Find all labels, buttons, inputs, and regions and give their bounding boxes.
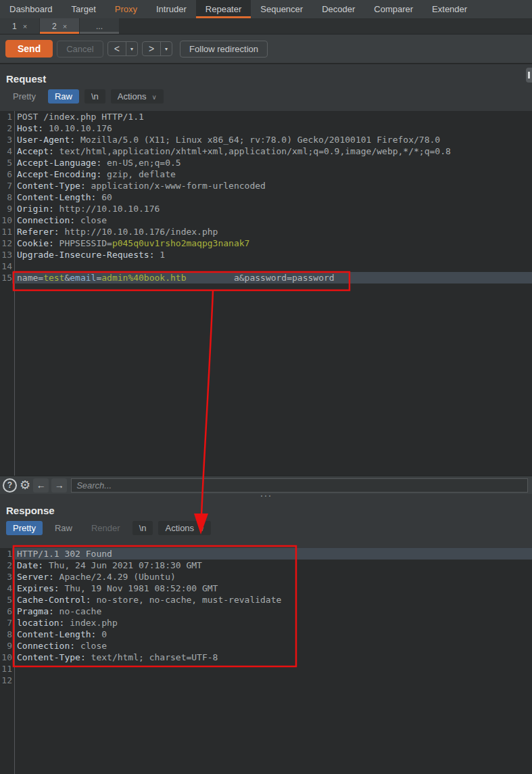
- line-content: Accept-Language: en-US,en;q=0.5: [12, 157, 532, 168]
- response-line: 3Server: Apache/2.4.29 (Ubuntu): [0, 571, 532, 583]
- line-number: 10: [0, 214, 12, 226]
- tab-request-raw[interactable]: Raw: [48, 89, 79, 104]
- response-line: 7location: index.php: [0, 617, 532, 629]
- request-line: 3User-Agent: Mozilla/5.0 (X11; Linux x86…: [0, 134, 532, 145]
- tab-response-raw[interactable]: Raw: [48, 521, 79, 535]
- request-line: 11Referer: http://10.10.10.176/index.php: [0, 226, 532, 237]
- search-prev-button[interactable]: ←: [33, 478, 49, 493]
- request-editor[interactable]: 1POST /index.php HTTP/1.12Host: 10.10.10…: [0, 111, 532, 476]
- menu-item-proxy[interactable]: Proxy: [105, 0, 147, 18]
- request-title: Request: [0, 64, 532, 85]
- line-number: 4: [0, 145, 12, 157]
- search-input[interactable]: [71, 478, 528, 493]
- panel-splitter-handle[interactable]: ···: [0, 492, 532, 499]
- toggle-newline-button[interactable]: \n: [84, 89, 105, 104]
- menu-item-repeater[interactable]: Repeater: [196, 0, 251, 18]
- chevron-down-icon: ∨: [199, 525, 204, 532]
- history-forward-dropdown-icon[interactable]: ▾: [160, 42, 172, 55]
- line-number: 13: [0, 249, 12, 260]
- line-content: [12, 675, 532, 686]
- session-tab-2[interactable]: 2×: [40, 18, 79, 34]
- main-menubar: DashboardTargetProxyIntruderRepeaterSequ…: [0, 0, 532, 18]
- line-number: 5: [0, 157, 12, 168]
- close-icon[interactable]: ×: [63, 22, 67, 30]
- line-content: name=test&email=admin%40book.htb a&passw…: [12, 272, 532, 283]
- toggle-newline-button[interactable]: \n: [132, 521, 153, 535]
- request-line: 8Content-Length: 60: [0, 191, 532, 203]
- line-number: 6: [0, 168, 12, 180]
- line-number: 15: [0, 272, 12, 283]
- gear-icon[interactable]: ⚙: [20, 479, 30, 491]
- line-content: User-Agent: Mozilla/5.0 (X11; Linux x86_…: [12, 134, 532, 145]
- request-line: 15name=test&email=admin%40book.htb a&pas…: [0, 272, 532, 283]
- history-back-split-button[interactable]: < ▾: [107, 41, 138, 56]
- request-view-tabs: Pretty Raw \n Actions∨: [0, 85, 532, 104]
- line-content: HTTP/1.1 302 Found: [12, 548, 532, 560]
- menu-item-extender[interactable]: Extender: [422, 0, 477, 18]
- line-number: 7: [0, 617, 12, 629]
- response-line: 12: [0, 675, 532, 686]
- request-line: 6Accept-Encoding: gzip, deflate: [0, 168, 532, 180]
- response-line: 4Expires: Thu, 19 Nov 1981 08:52:00 GMT: [0, 583, 532, 594]
- session-tab-label: ...: [96, 22, 103, 31]
- response-line: 11: [0, 663, 532, 675]
- menu-item-sequencer[interactable]: Sequencer: [251, 0, 312, 18]
- repeater-toolbar: Send Cancel < ▾ > ▾ Follow redirection: [0, 35, 532, 64]
- line-number: 12: [0, 237, 12, 249]
- line-number: 5: [0, 594, 12, 606]
- line-number: 11: [0, 226, 12, 237]
- line-content: Content-Type: text/html; charset=UTF-8: [12, 652, 532, 663]
- menu-item-dashboard[interactable]: Dashboard: [0, 0, 62, 18]
- request-line: 4Accept: text/html,application/xhtml+xml…: [0, 145, 532, 157]
- chevron-down-icon: ∨: [151, 93, 156, 101]
- menu-item-comparer[interactable]: Comparer: [364, 0, 422, 18]
- line-content: Accept: text/html,application/xhtml+xml,…: [12, 145, 532, 157]
- history-back-icon[interactable]: <: [108, 42, 126, 55]
- search-next-button[interactable]: →: [51, 478, 67, 493]
- tab-request-pretty[interactable]: Pretty: [6, 89, 43, 104]
- request-line: 5Accept-Language: en-US,en;q=0.5: [0, 157, 532, 168]
- line-number: 4: [0, 583, 12, 594]
- line-content: location: index.php: [12, 617, 532, 629]
- inspector-collapsed-handle[interactable]: [526, 68, 532, 83]
- line-content: Connection: close: [12, 640, 532, 652]
- request-line: 2Host: 10.10.10.176: [0, 122, 532, 134]
- response-editor[interactable]: 1HTTP/1.1 302 Found2Date: Thu, 24 Jun 20…: [0, 548, 532, 774]
- line-number: 11: [0, 663, 12, 675]
- session-tab-[interactable]: ...: [80, 18, 119, 34]
- line-content: [12, 260, 532, 272]
- menu-item-intruder[interactable]: Intruder: [147, 0, 196, 18]
- response-actions-button[interactable]: Actions∨: [158, 521, 211, 535]
- request-line: 10Connection: close: [0, 214, 532, 226]
- history-back-dropdown-icon[interactable]: ▾: [126, 42, 137, 55]
- history-forward-split-button[interactable]: > ▾: [142, 41, 172, 56]
- follow-redirection-button[interactable]: Follow redirection: [180, 41, 268, 58]
- cancel-button[interactable]: Cancel: [57, 41, 103, 58]
- tab-response-pretty[interactable]: Pretty: [6, 521, 43, 535]
- line-number: 1: [0, 111, 12, 122]
- response-line: 10Content-Type: text/html; charset=UTF-8: [0, 652, 532, 663]
- session-tab-label: 2: [52, 22, 57, 31]
- line-number: 2: [0, 560, 12, 571]
- response-line: 8Content-Length: 0: [0, 629, 532, 640]
- request-actions-button[interactable]: Actions∨: [111, 89, 164, 104]
- session-tab-1[interactable]: 1×: [0, 18, 39, 34]
- history-forward-icon[interactable]: >: [143, 42, 160, 55]
- line-content: Pragma: no-cache: [12, 606, 532, 617]
- arrow-left-icon: ←: [37, 480, 46, 491]
- line-number: 12: [0, 675, 12, 686]
- line-content: Host: 10.10.10.176: [12, 122, 532, 134]
- request-panel-header: Request Pretty Raw \n Actions∨: [0, 64, 532, 111]
- menu-item-target[interactable]: Target: [62, 0, 105, 18]
- line-number: 9: [0, 203, 12, 214]
- response-line: 2Date: Thu, 24 Jun 2021 07:18:30 GMT: [0, 560, 532, 571]
- line-content: Accept-Encoding: gzip, deflate: [12, 168, 532, 180]
- tab-response-render[interactable]: Render: [84, 521, 127, 535]
- help-icon[interactable]: ?: [3, 478, 17, 493]
- send-button[interactable]: Send: [5, 40, 53, 58]
- line-number: 9: [0, 640, 12, 652]
- close-icon[interactable]: ×: [23, 22, 27, 30]
- line-content: Date: Thu, 24 Jun 2021 07:18:30 GMT: [12, 560, 532, 571]
- menu-item-decoder[interactable]: Decoder: [312, 0, 364, 18]
- arrow-right-icon: →: [55, 480, 64, 491]
